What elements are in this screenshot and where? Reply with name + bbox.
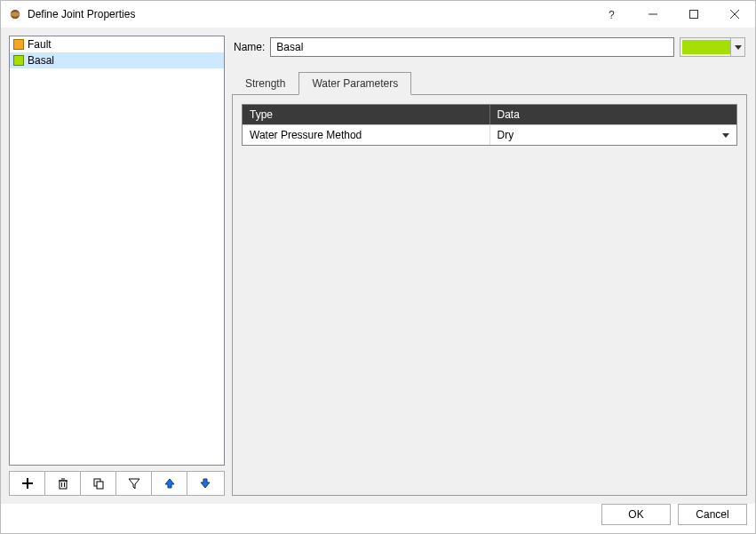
filter-button[interactable] bbox=[116, 472, 152, 495]
minimize-button[interactable] bbox=[633, 1, 673, 28]
name-row: Name: bbox=[232, 36, 747, 57]
svg-marker-20 bbox=[722, 133, 729, 138]
tabs-row: Strength Water Parameters bbox=[232, 71, 747, 94]
grid-cell-data[interactable]: Dry bbox=[490, 125, 737, 145]
list-item[interactable]: Basal bbox=[10, 52, 224, 68]
window-title: Define Joint Properties bbox=[28, 8, 592, 20]
color-picker[interactable] bbox=[680, 37, 745, 57]
list-item-label: Fault bbox=[28, 38, 52, 51]
dialog-window: Define Joint Properties ? Fault bbox=[0, 0, 756, 534]
titlebar: Define Joint Properties ? bbox=[1, 1, 755, 28]
list-item[interactable]: Fault bbox=[10, 36, 224, 52]
grid-header-cell: Data bbox=[490, 105, 737, 124]
svg-marker-19 bbox=[735, 45, 742, 50]
grid-header: Type Data bbox=[243, 105, 736, 124]
chevron-down-icon[interactable] bbox=[730, 38, 744, 56]
button-label: OK bbox=[628, 508, 643, 521]
svg-rect-9 bbox=[60, 481, 67, 489]
list-toolbar bbox=[9, 471, 225, 496]
svg-text:?: ? bbox=[609, 9, 615, 20]
grid-cell-type: Water Pressure Method bbox=[243, 125, 490, 145]
move-up-button[interactable] bbox=[152, 472, 187, 495]
grid-cell-value: Dry bbox=[497, 129, 514, 141]
tab-pane: Type Data Water Pressure Method Dry bbox=[232, 94, 747, 496]
tab-water-parameters[interactable]: Water Parameters bbox=[298, 72, 411, 95]
copy-button[interactable] bbox=[81, 472, 116, 495]
tab-strength[interactable]: Strength bbox=[232, 72, 298, 95]
svg-rect-4 bbox=[690, 11, 698, 19]
button-label: Cancel bbox=[696, 508, 728, 521]
main-panel: Name: Strength Water Parameters bbox=[232, 36, 747, 496]
sidebar: Fault Basal bbox=[9, 36, 225, 496]
maximize-button[interactable] bbox=[673, 1, 714, 28]
color-swatch-icon bbox=[13, 55, 24, 66]
chevron-down-icon[interactable] bbox=[722, 133, 729, 138]
tab-label: Strength bbox=[245, 77, 285, 90]
list-item-label: Basal bbox=[28, 54, 54, 67]
tab-label: Water Parameters bbox=[312, 77, 398, 90]
ok-button[interactable]: OK bbox=[601, 504, 671, 525]
current-color-swatch bbox=[682, 40, 730, 54]
name-label: Name: bbox=[234, 41, 265, 53]
svg-marker-16 bbox=[129, 479, 139, 489]
name-input[interactable] bbox=[270, 37, 674, 57]
grid-row[interactable]: Water Pressure Method Dry bbox=[243, 124, 736, 145]
svg-point-1 bbox=[11, 12, 20, 16]
help-button[interactable]: ? bbox=[592, 1, 633, 28]
delete-button[interactable] bbox=[45, 472, 81, 495]
dialog-footer: OK Cancel bbox=[1, 504, 755, 533]
svg-marker-18 bbox=[201, 479, 210, 488]
cancel-button[interactable]: Cancel bbox=[678, 504, 747, 525]
svg-marker-17 bbox=[165, 479, 174, 488]
grid-header-cell: Type bbox=[243, 105, 490, 124]
color-swatch-icon bbox=[13, 39, 24, 50]
svg-rect-15 bbox=[97, 482, 103, 489]
joint-list[interactable]: Fault Basal bbox=[9, 36, 225, 466]
app-icon bbox=[8, 7, 22, 21]
dialog-body: Fault Basal bbox=[1, 28, 755, 504]
add-button[interactable] bbox=[10, 472, 45, 495]
window-controls: ? bbox=[592, 1, 755, 28]
properties-grid: Type Data Water Pressure Method Dry bbox=[242, 104, 737, 146]
move-down-button[interactable] bbox=[187, 472, 223, 495]
close-button[interactable] bbox=[714, 1, 755, 28]
grid-cell-label: Water Pressure Method bbox=[250, 129, 362, 141]
